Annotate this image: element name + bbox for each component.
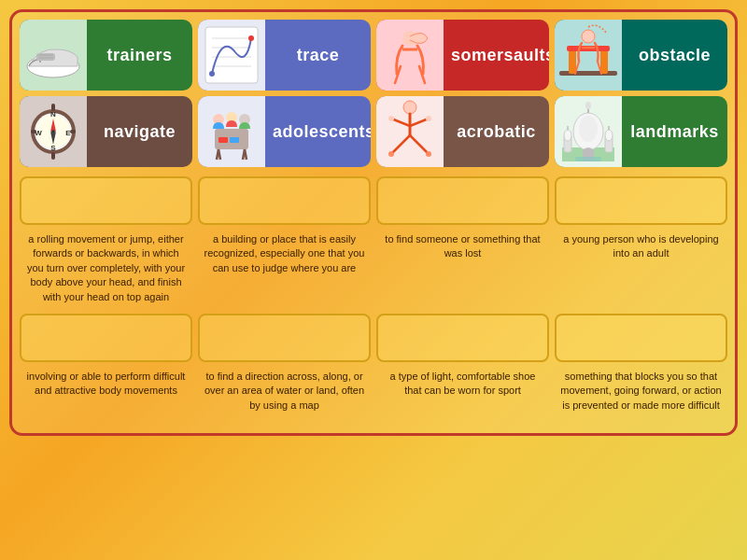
trace-label: trace: [265, 42, 371, 69]
definition-4: a young person who is developing into an…: [555, 232, 727, 288]
definition-1: a rolling movement or jump, either forwa…: [20, 232, 192, 304]
match-col-4: a young person who is developing into an…: [555, 176, 727, 304]
matching-area-row1: a rolling movement or jump, either forwa…: [20, 176, 727, 304]
definition-5: involving or able to perform difficult a…: [20, 370, 192, 426]
acrobatic-label: acrobatic: [444, 119, 549, 146]
svg-rect-41: [218, 137, 228, 143]
somersaults-image: [376, 20, 444, 91]
answer-box-8[interactable]: [555, 314, 727, 362]
trace-image: [198, 20, 265, 91]
svg-point-68: [605, 130, 613, 141]
word-cards-grid: trainers trace: [20, 20, 727, 167]
svg-point-61: [579, 116, 598, 142]
landmarks-label: landmarks: [622, 119, 727, 146]
trainers-image: [20, 20, 87, 91]
answer-box-2[interactable]: [198, 176, 371, 225]
svg-rect-33: [70, 130, 76, 133]
definition-2: a building or place that is easily recog…: [198, 232, 371, 288]
landmarks-image: [555, 96, 622, 167]
svg-rect-42: [230, 137, 239, 143]
word-card-navigate[interactable]: N S W E navigate: [20, 96, 192, 167]
svg-point-52: [388, 116, 394, 121]
match-col-5: involving or able to perform difficult a…: [20, 314, 192, 426]
match-col-1: a rolling movement or jump, either forwa…: [20, 176, 192, 304]
match-col-3: to find someone or something that was lo…: [376, 176, 549, 304]
svg-rect-17: [569, 48, 576, 74]
navigate-image: N S W E: [20, 96, 87, 167]
svg-point-53: [426, 116, 431, 121]
svg-point-20: [582, 30, 595, 43]
word-card-obstacle[interactable]: obstacle: [555, 20, 727, 91]
answer-box-3[interactable]: [376, 176, 549, 225]
answer-box-4[interactable]: [555, 176, 727, 225]
adolescents-image: [198, 96, 265, 167]
svg-point-57: [426, 151, 431, 157]
svg-rect-34: [51, 104, 55, 111]
word-card-somersaults[interactable]: somersaults: [376, 20, 549, 91]
obstacle-label: obstacle: [622, 42, 727, 69]
svg-text:N: N: [50, 110, 56, 119]
svg-text:E: E: [65, 129, 71, 137]
match-col-8: something that blocks you so that moveme…: [555, 314, 727, 426]
svg-rect-70: [575, 157, 601, 161]
answer-box-5[interactable]: [20, 314, 192, 362]
match-col-2: a building or place that is easily recog…: [198, 176, 371, 304]
svg-point-65: [564, 130, 571, 141]
word-card-trace[interactable]: trace: [198, 20, 371, 91]
match-col-7: a type of light, comfortable shoe that c…: [376, 314, 549, 426]
svg-text:W: W: [35, 129, 42, 137]
match-col-6: to find a direction across, along, or ov…: [198, 314, 371, 426]
svg-point-11: [209, 71, 215, 77]
main-container: trainers trace: [9, 9, 738, 436]
svg-rect-16: [559, 71, 617, 76]
svg-rect-35: [51, 152, 55, 160]
acrobatic-image: [376, 96, 444, 167]
svg-point-48: [403, 101, 416, 114]
svg-rect-32: [31, 130, 36, 133]
adolescents-label: adolescents: [265, 119, 371, 146]
svg-point-63: [585, 102, 591, 109]
definition-7: a type of light, comfortable shoe that c…: [376, 370, 549, 426]
answer-box-1[interactable]: [20, 176, 192, 225]
obstacle-image: [555, 20, 622, 91]
definition-3: to find someone or something that was lo…: [376, 232, 549, 288]
svg-point-31: [51, 130, 55, 133]
svg-text:S: S: [50, 144, 56, 152]
trainers-label: trainers: [87, 42, 192, 69]
word-card-acrobatic[interactable]: acrobatic: [376, 96, 549, 167]
svg-rect-2: [36, 53, 55, 61]
matching-area-row2: involving or able to perform difficult a…: [20, 314, 727, 426]
definition-8: something that blocks you so that moveme…: [555, 370, 727, 426]
answer-box-7[interactable]: [376, 314, 549, 362]
svg-rect-13: [376, 20, 444, 91]
svg-rect-18: [600, 48, 608, 74]
svg-point-12: [248, 35, 254, 41]
word-card-adolescents[interactable]: adolescents: [198, 96, 371, 167]
somersaults-label: somersaults: [444, 42, 549, 69]
definition-6: to find a direction across, along, or ov…: [198, 370, 371, 426]
word-card-landmarks[interactable]: landmarks: [555, 96, 727, 167]
answer-box-6[interactable]: [198, 314, 371, 362]
navigate-label: navigate: [87, 119, 192, 146]
word-card-trainers[interactable]: trainers: [20, 20, 192, 91]
svg-point-56: [388, 151, 394, 157]
